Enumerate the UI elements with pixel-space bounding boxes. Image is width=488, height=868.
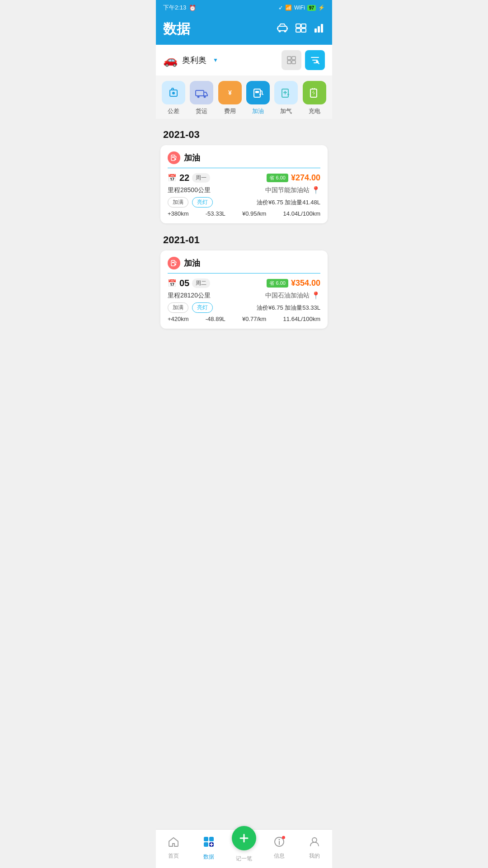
svg-point-22 xyxy=(204,96,206,98)
date-right-2: 省 6.00 ¥354.00 xyxy=(267,278,320,288)
svg-rect-9 xyxy=(314,28,317,33)
gas-icon xyxy=(274,81,298,104)
svg-rect-10 xyxy=(318,26,320,33)
svg-rect-32 xyxy=(172,156,174,158)
info-icon-wrap xyxy=(273,836,285,850)
category-trip[interactable]: 公差 xyxy=(161,81,186,117)
station-name-2: 中国石油加油站 xyxy=(265,292,310,300)
fee-label: 费用 xyxy=(224,107,236,115)
month-header-2021-03: 2021-03 xyxy=(160,123,328,145)
category-charge[interactable]: 充电 xyxy=(302,81,327,117)
charge-label: 充电 xyxy=(309,107,320,115)
price-info-2: 油价¥6.75 加油量53.33L xyxy=(257,304,320,312)
svg-point-27 xyxy=(259,94,261,95)
svg-line-17 xyxy=(318,63,319,64)
calendar-icon-1: 📅 xyxy=(168,174,177,182)
svg-rect-5 xyxy=(296,24,300,28)
info-icon xyxy=(273,839,285,850)
record-type-row: 加油 xyxy=(168,151,320,168)
time-display: 下午2:13 xyxy=(163,4,186,12)
nav-add-label: 记一笔 xyxy=(236,855,252,863)
home-icon xyxy=(168,836,179,850)
status-left: 下午2:13 ⏰ xyxy=(163,4,196,12)
category-cargo[interactable]: 货运 xyxy=(189,81,214,117)
nav-mine[interactable]: 我的 xyxy=(301,836,328,860)
car-name: 奥利奥 xyxy=(182,55,206,66)
status-right: ➶ 📶 WiFi 97 ⚡ xyxy=(278,5,325,11)
svg-rect-15 xyxy=(292,61,296,64)
trip-icon xyxy=(162,81,185,104)
bottom-nav: 首页 数据 记一笔 xyxy=(156,829,332,868)
svg-rect-20 xyxy=(196,90,204,96)
charge-icon xyxy=(303,81,326,104)
category-fee[interactable]: ¥ 费用 xyxy=(217,81,243,117)
nav-home-label: 首页 xyxy=(168,852,179,860)
nav-info[interactable]: 信息 xyxy=(266,836,293,860)
date-weekday-1: 周一 xyxy=(192,173,210,183)
tag-full-1: 加满 xyxy=(168,197,188,208)
record-tags-row-2: 加满 亮灯 油价¥6.75 加油量53.33L xyxy=(168,302,320,313)
record-mileage-row-2: 里程28120公里 中国石油加油站 📍 xyxy=(168,291,320,300)
svg-rect-26 xyxy=(255,91,259,93)
svg-rect-7 xyxy=(296,28,300,32)
stat-km-2: +420km xyxy=(168,316,189,322)
category-gas[interactable]: 加气 xyxy=(273,81,299,117)
record-type-label-2: 加油 xyxy=(184,258,200,269)
month-group-2021-01: 2021-01 加油 📅 05 周二 xyxy=(160,229,328,329)
date-left-1: 📅 22 周一 xyxy=(168,173,210,183)
stat-liter-2: -48.89L xyxy=(206,316,225,322)
svg-rect-37 xyxy=(204,837,208,841)
chart-view-icon[interactable] xyxy=(313,22,325,37)
record-card-1[interactable]: 加油 📅 22 周一 省 6.00 ¥274.00 里程28500公里 中国节能… xyxy=(160,145,328,223)
car-view-icon[interactable] xyxy=(276,22,289,37)
fuel-record-icon xyxy=(168,151,180,164)
record-mileage-row-1: 里程28500公里 中国节能加油站 📍 xyxy=(168,186,320,194)
record-card-2[interactable]: 加油 📅 05 周二 省 6.00 ¥354.00 里程28120公里 中国石油… xyxy=(160,250,328,329)
status-bar: 下午2:13 ⏰ ➶ 📶 WiFi 97 ⚡ xyxy=(156,0,332,15)
fuel-icon xyxy=(246,81,270,104)
stat-consumption-2: 11.64L/100km xyxy=(283,316,320,322)
nav-mine-label: 我的 xyxy=(309,852,320,860)
list-view-icon[interactable] xyxy=(295,22,307,37)
category-fuel[interactable]: 加油 xyxy=(245,81,271,117)
svg-point-19 xyxy=(172,92,175,94)
svg-rect-3 xyxy=(277,28,278,29)
record-stats-row-1: +380km -53.33L ¥0.95/km 14.04L/100km xyxy=(168,210,320,217)
tag-light-1: 亮灯 xyxy=(192,197,213,208)
stat-liter-1: -53.33L xyxy=(206,210,225,217)
dropdown-arrow-icon: ▼ xyxy=(213,57,218,63)
car-selector-left[interactable]: 🚗 奥利奥 ▼ xyxy=(163,53,218,67)
svg-point-2 xyxy=(284,30,286,32)
date-left-2: 📅 05 周二 xyxy=(168,278,210,288)
station-right-2: 中国石油加油站 📍 xyxy=(265,291,320,300)
price-info-1: 油价¥6.75 加油量41.48L xyxy=(257,198,320,207)
list-view-button[interactable] xyxy=(282,50,301,70)
nav-data-label: 数据 xyxy=(203,853,214,861)
stat-km-1: +380km xyxy=(168,210,189,217)
svg-rect-12 xyxy=(287,57,291,60)
svg-point-36 xyxy=(174,264,176,265)
svg-rect-11 xyxy=(321,24,323,33)
date-right-1: 省 6.00 ¥274.00 xyxy=(267,173,320,183)
month-header-2021-01: 2021-01 xyxy=(160,229,328,250)
header: 数据 xyxy=(156,15,332,45)
nav-data[interactable]: 数据 xyxy=(195,835,222,861)
car-selector-right xyxy=(282,50,325,70)
date-num-2: 05 xyxy=(179,278,189,288)
gas-label: 加气 xyxy=(280,107,292,115)
record-type-row-2: 加油 xyxy=(168,257,320,274)
date-num-1: 22 xyxy=(179,173,189,183)
save-badge-1: 省 6.00 xyxy=(267,174,288,182)
nav-add[interactable]: 记一笔 xyxy=(230,833,258,863)
svg-rect-30 xyxy=(310,89,317,97)
svg-text:¥: ¥ xyxy=(228,89,232,96)
record-date-row-1: 📅 22 周一 省 6.00 ¥274.00 xyxy=(168,173,320,183)
svg-point-43 xyxy=(279,839,280,840)
record-type-label-1: 加油 xyxy=(184,152,200,163)
filter-button[interactable] xyxy=(305,50,325,70)
add-button[interactable] xyxy=(232,826,256,850)
page-title: 数据 xyxy=(163,20,190,38)
cargo-icon xyxy=(190,81,213,104)
nav-home[interactable]: 首页 xyxy=(160,836,187,860)
battery-level: 97 xyxy=(307,5,316,11)
